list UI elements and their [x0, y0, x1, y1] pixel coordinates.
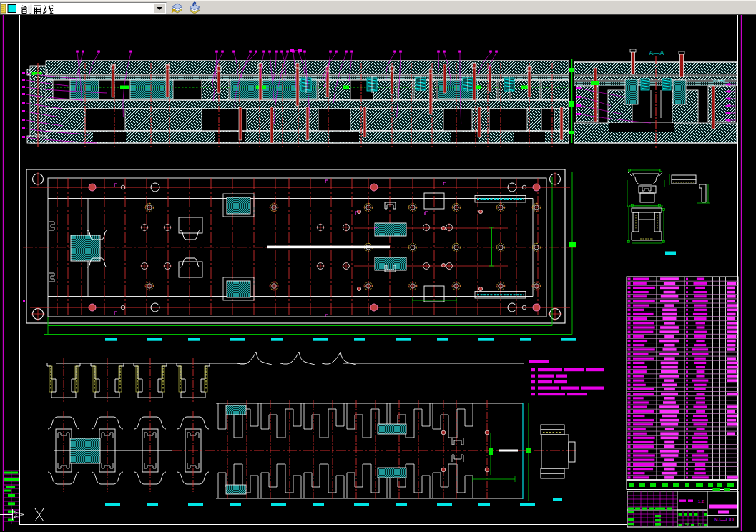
svg-text:1:2: 1:2 [698, 499, 705, 503]
svg-text:D1: D1 [698, 523, 703, 527]
svg-text:NJ—OD: NJ—OD [714, 516, 735, 523]
svg-text:56: 56 [685, 523, 689, 527]
svg-text:A—A: A—A [649, 49, 664, 56]
